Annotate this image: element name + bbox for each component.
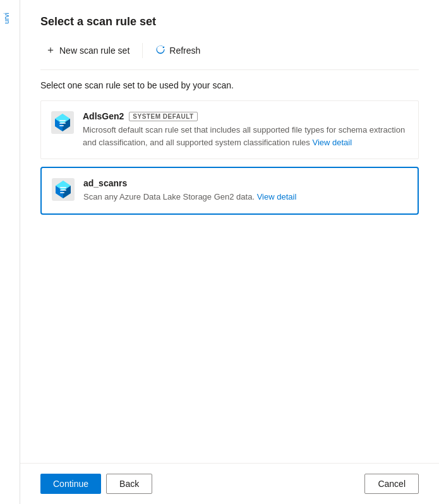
rule-card-adlsgen2[interactable]: AdlsGen2 SYSTEM DEFAULT Microsoft defaul…: [40, 100, 419, 159]
refresh-label: Refresh: [169, 45, 200, 56]
footer: Continue Back Cancel: [20, 463, 439, 504]
rule-card-ad-scanrs[interactable]: ad_scanrs Scan any Azure Data Lake Stora…: [40, 167, 419, 215]
main-panel: Select a scan rule set ＋ New scan rule s…: [20, 0, 439, 504]
continue-button[interactable]: Continue: [40, 474, 101, 494]
svg-rect-13: [60, 187, 66, 188]
sidebar: urvi: [0, 0, 20, 504]
toolbar-divider: [142, 43, 143, 58]
rule-content-adlsgen2: AdlsGen2 SYSTEM DEFAULT Microsoft defaul…: [83, 111, 408, 148]
rule-name-adlsgen2: AdlsGen2: [83, 111, 124, 121]
toolbar: ＋ New scan rule set Refresh: [40, 41, 419, 70]
rule-desc-adlsgen2: Microsoft default scan rule set that inc…: [83, 124, 408, 148]
sidebar-nav-text: urvi: [3, 13, 10, 24]
panel-header: Select a scan rule set ＋ New scan rule s…: [20, 0, 439, 70]
rule-badge-adlsgen2: SYSTEM DEFAULT: [129, 112, 197, 121]
cancel-button[interactable]: Cancel: [364, 474, 419, 494]
rule-icon-adlsgen2: [51, 111, 74, 134]
scan-rule-list: AdlsGen2 SYSTEM DEFAULT Microsoft defaul…: [20, 100, 439, 463]
svg-rect-6: [59, 123, 66, 124]
rule-name-ad-scanrs: ad_scanrs: [83, 178, 127, 188]
page-title: Select a scan rule set: [40, 15, 419, 28]
view-detail-link-adlsgen2[interactable]: View detail: [312, 138, 352, 147]
svg-rect-7: [59, 125, 64, 126]
refresh-icon: [155, 44, 165, 56]
back-button[interactable]: Back: [106, 474, 152, 494]
new-scan-rule-button[interactable]: ＋ New scan rule set: [40, 41, 135, 59]
svg-rect-14: [60, 189, 66, 191]
new-scan-label: New scan rule set: [59, 45, 129, 56]
scan-description: Select one scan rule set to be used by y…: [20, 70, 439, 100]
rule-desc-ad-scanrs: Scan any Azure Data Lake Storage Gen2 da…: [83, 191, 407, 203]
view-detail-link-ad-scanrs[interactable]: View detail: [257, 192, 297, 201]
rule-header-ad-scanrs: ad_scanrs: [83, 178, 407, 188]
rule-icon-ad-scanrs: [52, 178, 75, 201]
rule-header-adlsgen2: AdlsGen2 SYSTEM DEFAULT: [83, 111, 408, 121]
svg-rect-15: [60, 192, 64, 193]
rule-content-ad-scanrs: ad_scanrs Scan any Azure Data Lake Stora…: [83, 178, 407, 203]
svg-rect-5: [59, 120, 66, 121]
plus-icon: ＋: [45, 44, 56, 57]
refresh-button[interactable]: Refresh: [150, 42, 205, 59]
